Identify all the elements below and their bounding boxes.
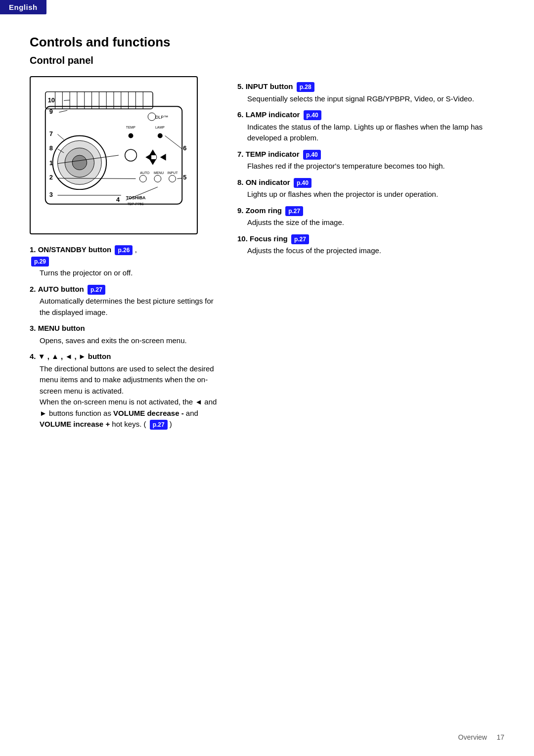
item-label: ▼ , ▲ , ◄ , ► button [38,352,111,360]
svg-text:LAMP: LAMP [155,126,165,129]
item-desc: Sequentially selects the input signal RG… [247,93,504,105]
svg-text:10: 10 [48,96,55,104]
svg-text:3: 3 [49,191,53,198]
svg-text:9: 9 [49,108,53,115]
svg-line-51 [57,134,64,140]
svg-text:4: 4 [116,196,120,203]
list-item: 3. MENU button Opens, saves and exits th… [30,323,218,346]
list-item: 5. INPUT button p.28 Sequentially select… [237,81,504,104]
svg-text:8: 8 [49,144,53,152]
item-desc: The directional buttons are used to sele… [40,363,218,430]
right-column: 5. INPUT button p.28 Sequentially select… [237,76,504,262]
svg-point-23 [129,133,134,138]
item-desc: Adjusts the focus of the projected image… [247,245,504,257]
list-item: 7. TEMP indicator p.40 Flashes red if th… [237,149,504,172]
left-items-list: 1. ON/STANDBY button p.26 , p.29 Turns t… [30,244,218,430]
list-item: 10. Focus ring p.27 Adjusts the focus of… [237,233,504,257]
item-desc: Adjusts the size of the image. [247,217,504,228]
list-item: 2. AUTO button p.27 Automatically determ… [30,284,218,318]
item-number: 7. [237,150,244,158]
right-items-list: 5. INPUT button p.28 Sequentially select… [237,81,504,257]
svg-text:AUTO: AUTO [140,171,150,175]
svg-text:DLP™: DLP™ [155,115,168,120]
svg-point-25 [125,149,137,161]
svg-text:TEMP: TEMP [126,126,136,129]
item-desc: Flashes red if the projector's temperatu… [247,161,504,172]
item-label: AUTO button [38,285,86,293]
svg-marker-28 [145,154,151,161]
item-label: INPUT button [246,82,295,90]
svg-point-20 [72,155,87,170]
svg-marker-29 [160,154,166,161]
page-badge[interactable]: p.40 [303,150,321,160]
page-number: 17 [496,733,504,741]
svg-line-49 [64,100,70,100]
page-footer: Overview 17 [458,733,504,741]
page-badge[interactable]: p.27 [88,285,105,295]
item-label: ON indicator [246,178,292,186]
svg-text:1: 1 [49,159,53,167]
svg-point-24 [158,133,163,138]
english-tab: English [0,0,46,14]
section-title: Control panel [30,55,504,66]
page-badge[interactable]: p.27 [150,420,168,430]
item-number: 9. [237,206,244,215]
page-badge[interactable]: p.28 [297,82,314,92]
item-number: 3. [30,324,36,332]
page-badge[interactable]: p.29 [31,257,49,267]
page-badge[interactable]: p.40 [304,110,321,120]
list-item: 6. LAMP indicator p.40 Indicates the sta… [237,109,504,144]
item-number: 1. [30,245,36,254]
item-desc: Lights up or flashes when the projector … [247,189,504,200]
item-desc: Automatically determines the best pictur… [40,296,218,318]
item-number: 2. [30,285,36,293]
svg-text:MENU: MENU [154,171,164,175]
projector-diagram: DLP™ TEMP LAMP [30,76,198,234]
page-badge[interactable]: p.26 [115,245,133,255]
svg-text:6: 6 [183,144,186,152]
item-label: Focus ring [250,234,290,243]
svg-text:INPUT: INPUT [168,171,178,175]
svg-line-50 [59,110,67,112]
item-desc: Turns the projector on or off. [40,267,218,279]
item-number: 4. [30,352,36,360]
list-item: 1. ON/STANDBY button p.26 , p.29 Turns t… [30,244,218,279]
item-number: 6. [237,110,244,119]
svg-point-36 [169,175,176,182]
svg-text:2: 2 [49,174,53,181]
item-number: 5. [237,82,244,90]
list-item: 9. Zoom ring p.27 Adjusts the size of th… [237,205,504,228]
list-item: 8. ON indicator p.40 Lights up or flashe… [237,177,504,200]
svg-line-58 [165,136,182,149]
item-desc: Indicates the status of the lamp. Lights… [247,122,504,144]
item-label: MENU button [38,324,85,332]
svg-point-32 [139,175,146,182]
page-badge[interactable]: p.40 [294,178,312,188]
list-item: 4. ▼ , ▲ , ◄ , ► button The directional … [30,351,218,430]
left-column: DLP™ TEMP LAMP [30,76,218,435]
item-label: TEMP indicator [246,150,302,158]
item-desc: Opens, saves and exits the on-screen men… [40,335,218,347]
svg-text:5: 5 [183,174,186,181]
item-label: LAMP indicator [246,110,302,119]
svg-point-16 [148,113,156,121]
item-label: Zoom ring [246,206,284,215]
svg-text:TDP-P75S: TDP-P75S [128,202,144,206]
page-badge[interactable]: p.27 [291,234,309,244]
item-label: ON/STANDBY button [38,245,114,254]
svg-text:7: 7 [49,130,53,137]
item-number: 10. [237,234,248,243]
svg-line-57 [177,178,182,178]
page-badge[interactable]: p.27 [285,206,303,216]
footer-label: Overview [458,733,487,741]
svg-point-34 [154,175,161,182]
main-title: Controls and functions [30,35,504,50]
item-number: 8. [237,178,244,186]
content-area: DLP™ TEMP LAMP [30,76,504,435]
